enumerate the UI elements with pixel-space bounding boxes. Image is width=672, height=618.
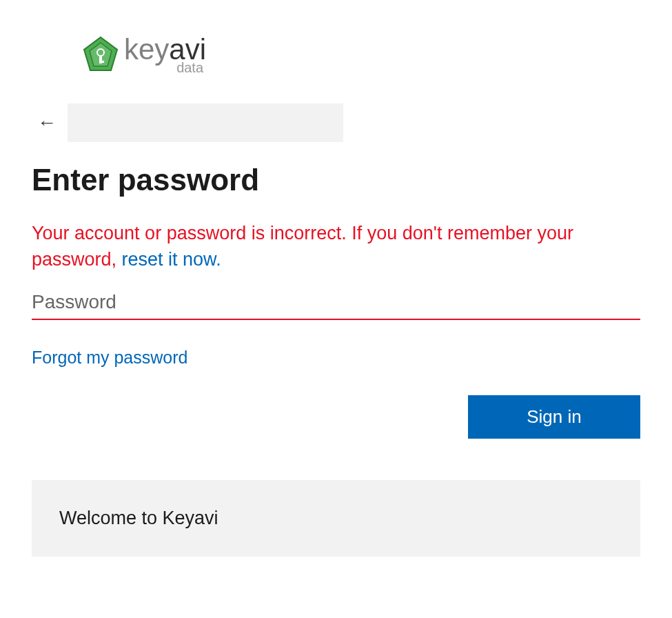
brand-logo-text: keyavi data <box>124 35 206 76</box>
page-title: Enter password <box>32 163 640 197</box>
welcome-panel: Welcome to Keyavi <box>32 480 640 557</box>
forgot-password-link[interactable]: Forgot my password <box>32 348 187 368</box>
keyavi-logo-icon <box>80 34 121 76</box>
brand-subtitle: data <box>124 60 203 76</box>
reset-password-link[interactable]: reset it now. <box>122 249 221 270</box>
brand-logo: keyavi data <box>80 34 640 76</box>
back-arrow-icon[interactable]: ← <box>32 109 62 137</box>
welcome-text: Welcome to Keyavi <box>59 508 613 529</box>
signin-button[interactable]: Sign in <box>468 395 640 439</box>
error-message: Your account or password is incorrect. I… <box>32 221 640 273</box>
error-text: Your account or password is incorrect. I… <box>32 223 573 270</box>
svg-rect-4 <box>99 61 104 63</box>
password-input[interactable] <box>32 286 640 320</box>
identity-display[interactable] <box>68 103 343 142</box>
